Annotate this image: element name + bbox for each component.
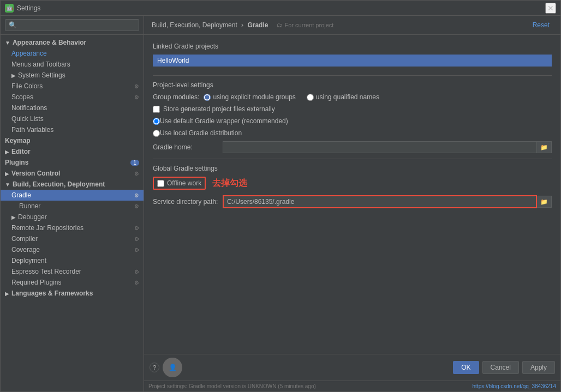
- sidebar-label: Scopes: [11, 93, 33, 101]
- annotation-text: 去掉勾选: [212, 178, 247, 189]
- sidebar-label: Menus and Toolbars: [11, 61, 70, 68]
- sidebar-item-runner[interactable]: Runner ⚙: [1, 201, 144, 212]
- copy-icon: ⚙: [134, 236, 139, 242]
- sidebar-label: Appearance & Behavior: [13, 39, 86, 46]
- group-modules-label: Group modules:: [153, 93, 199, 101]
- expand-arrow: ▶: [5, 291, 9, 297]
- sidebar-label: Build, Execution, Deployment: [13, 180, 105, 188]
- reset-button[interactable]: Reset: [529, 20, 553, 30]
- sidebar-label: Notifications: [11, 104, 47, 112]
- group-modules-row: Group modules: using explicit module gro…: [153, 93, 552, 101]
- window-title: Settings: [17, 4, 545, 12]
- sidebar-label: Appearance: [11, 50, 47, 57]
- sidebar-item-editor[interactable]: ▶ Editor: [1, 146, 144, 157]
- main-body: Linked Gradle projects HelloWorld Projec…: [144, 35, 560, 354]
- ok-button[interactable]: OK: [453, 361, 479, 374]
- use-default-wrapper-radio[interactable]: [153, 118, 160, 125]
- sidebar-label: Runner: [19, 202, 40, 210]
- sidebar-label: Debugger: [18, 213, 47, 221]
- footer-left: ? 👤: [150, 358, 182, 377]
- radio-qualified[interactable]: [307, 94, 314, 101]
- sidebar-label: Gradle: [11, 191, 31, 199]
- sidebar-label: Required Plugins: [11, 279, 61, 286]
- avatar: 👤: [163, 358, 182, 377]
- sidebar-label: Keymap: [5, 137, 31, 144]
- search-input[interactable]: [5, 19, 139, 31]
- breadcrumb-current: Gradle: [247, 21, 268, 29]
- sidebar-label: Editor: [11, 148, 31, 155]
- sidebar-item-languages[interactable]: ▶ Languages & Frameworks: [1, 288, 144, 299]
- use-local-gradle-label[interactable]: Use local Gradle distribution: [160, 129, 242, 137]
- copy-icon: ⚙: [134, 280, 139, 286]
- sidebar-item-compiler[interactable]: Compiler ⚙: [1, 233, 144, 244]
- sidebar-label: Deployment: [11, 257, 46, 264]
- sidebar-item-remote-jar[interactable]: Remote Jar Repositories ⚙: [1, 222, 144, 233]
- radio-explicit-label: using explicit module groups: [213, 93, 295, 101]
- sidebar-item-plugins[interactable]: Plugins 1: [1, 157, 144, 168]
- use-default-wrapper-label[interactable]: Use default Gradle wrapper (recommended): [160, 117, 288, 125]
- store-generated-checkbox[interactable]: [153, 106, 160, 113]
- sidebar-item-path-variables[interactable]: Path Variables: [1, 124, 144, 135]
- plugins-badge: 1: [130, 160, 139, 166]
- copy-icon: ⚙: [134, 94, 139, 100]
- main-header: Build, Execution, Deployment › Gradle 🗂 …: [144, 16, 560, 35]
- use-local-gradle-radio[interactable]: [153, 130, 160, 137]
- sidebar-label: Path Variables: [11, 126, 53, 134]
- offline-work-checkbox[interactable]: [157, 180, 164, 187]
- sidebar-item-deployment[interactable]: Deployment: [1, 255, 144, 266]
- sidebar-item-appearance[interactable]: Appearance: [1, 48, 144, 59]
- sidebar-item-required-plugins[interactable]: Required Plugins ⚙: [1, 277, 144, 288]
- use-default-wrapper-row: Use default Gradle wrapper (recommended): [153, 117, 552, 125]
- sidebar-item-menus-toolbars[interactable]: Menus and Toolbars: [1, 59, 144, 70]
- copy-icon: ⚙: [134, 171, 139, 177]
- expand-arrow: ▼: [5, 182, 10, 188]
- sidebar-item-gradle[interactable]: Gradle ⚙: [1, 190, 144, 201]
- breadcrumb-separator: ›: [241, 21, 245, 29]
- sidebar-label: Version Control: [11, 170, 60, 177]
- breadcrumb-root: Build, Execution, Deployment: [152, 21, 237, 29]
- service-dir-input[interactable]: [223, 195, 537, 208]
- sidebar-item-version-control[interactable]: ▶ Version Control ⚙: [1, 168, 144, 179]
- sidebar-item-scopes[interactable]: Scopes ⚙: [1, 92, 144, 102]
- expand-arrow: ▶: [5, 171, 9, 177]
- expand-arrow: ▼: [5, 40, 10, 46]
- sidebar-item-file-colors[interactable]: File Colors ⚙: [1, 81, 144, 92]
- app-icon: 🤖: [5, 4, 14, 13]
- sidebar-item-build[interactable]: ▼ Build, Execution, Deployment: [1, 179, 144, 190]
- offline-work-label[interactable]: Offline work: [167, 179, 201, 187]
- store-generated-label[interactable]: Store generated project files externally: [163, 105, 275, 113]
- copy-icon: ⚙: [134, 247, 139, 253]
- sidebar-item-debugger[interactable]: ▶ Debugger: [1, 212, 144, 222]
- radio-qualified-option[interactable]: using qualified names: [307, 93, 384, 101]
- service-dir-browse-button[interactable]: 📁: [537, 196, 552, 208]
- sidebar-item-quick-lists[interactable]: Quick Lists: [1, 113, 144, 124]
- apply-button[interactable]: Apply: [522, 361, 555, 374]
- expand-arrow: ▶: [11, 73, 16, 79]
- sidebar-item-coverage[interactable]: Coverage ⚙: [1, 244, 144, 255]
- expand-arrow: ▶: [11, 214, 16, 220]
- radio-explicit-option[interactable]: using explicit module groups: [204, 93, 300, 101]
- cancel-button[interactable]: Cancel: [482, 361, 519, 374]
- linked-project-item[interactable]: HelloWorld: [153, 55, 552, 67]
- copy-icon: ⚙: [134, 192, 139, 198]
- close-button[interactable]: ✕: [545, 3, 556, 14]
- gradle-home-input[interactable]: [223, 141, 537, 153]
- expand-arrow: ▶: [5, 149, 9, 155]
- sidebar-item-notifications[interactable]: Notifications: [1, 102, 144, 113]
- sidebar-tree: ▼ Appearance & Behavior Appearance Menus…: [1, 35, 144, 391]
- search-area: [1, 16, 144, 35]
- offline-work-row[interactable]: Offline work: [153, 177, 206, 190]
- sidebar-item-espresso[interactable]: Espresso Test Recorder ⚙: [1, 266, 144, 277]
- for-project-label: 🗂 For current project: [277, 22, 333, 28]
- sidebar-item-system-settings[interactable]: ▶ System Settings: [1, 70, 144, 81]
- radio-explicit[interactable]: [204, 94, 211, 101]
- footer-bar: ? 👤 OK Cancel Apply: [144, 354, 560, 381]
- gradle-home-browse-button[interactable]: 📁: [537, 141, 552, 153]
- service-dir-row: Service directory path: 📁: [153, 195, 552, 208]
- linked-projects-list: HelloWorld: [153, 55, 552, 67]
- sidebar-item-keymap[interactable]: Keymap: [1, 135, 144, 146]
- main-content: ▼ Appearance & Behavior Appearance Menus…: [1, 16, 560, 391]
- sidebar-item-appearance-behavior[interactable]: ▼ Appearance & Behavior: [1, 37, 144, 48]
- settings-window: 🤖 Settings ✕ ▼ Appearance & Behavior App…: [0, 0, 561, 392]
- help-button[interactable]: ?: [150, 363, 159, 372]
